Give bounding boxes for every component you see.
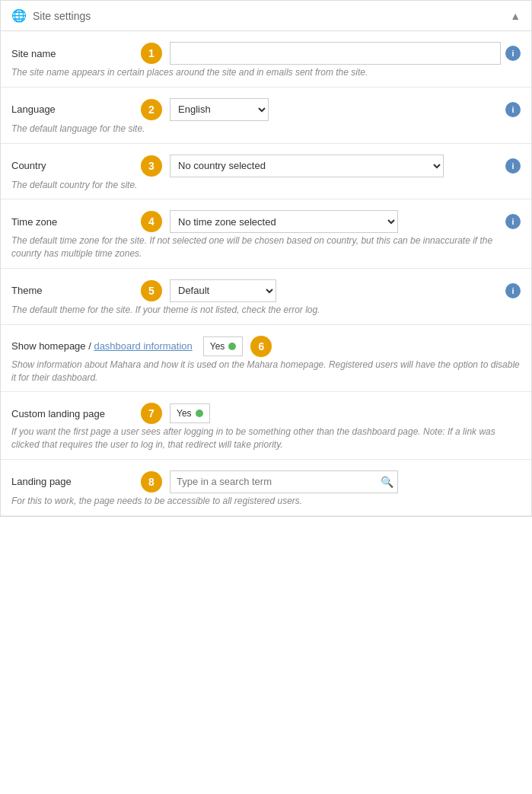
landing-page-search-input[interactable] [170, 470, 398, 493]
step-badge-7: 7 [141, 403, 162, 424]
country-label: Country [11, 160, 133, 171]
site-name-help: The site name appears in certain places … [11, 66, 521, 79]
custom-landing-label: Custom landing page [11, 408, 133, 419]
country-row: Country 3 No country selected i The defa… [1, 144, 531, 200]
language-row: Language 2 English i The default languag… [1, 88, 531, 144]
show-homepage-toggle-dot [228, 343, 236, 350]
theme-row: Theme 5 Default i The default theme for … [1, 269, 531, 325]
language-help: The default language for the site. [11, 123, 521, 136]
custom-landing-toggle-label: Yes [177, 408, 192, 419]
show-homepage-label: Show homepage / dashboard information [11, 340, 193, 352]
step-badge-1: 1 [141, 43, 162, 64]
section-header: 🌐 Site settings ▲ [1, 1, 531, 31]
country-select[interactable]: No country selected [170, 155, 444, 177]
theme-help: The default theme for the site. If your … [11, 304, 521, 317]
language-label: Language [11, 104, 133, 115]
timezone-select[interactable]: No time zone selected [170, 210, 398, 233]
custom-landing-row: Custom landing page 7 Yes If you want th… [1, 392, 531, 460]
show-homepage-toggle[interactable]: Yes [203, 336, 244, 356]
step-badge-2: 2 [141, 99, 162, 120]
timezone-control: No time zone selected i [170, 210, 521, 233]
section-title: Site settings [33, 10, 91, 22]
language-select[interactable]: English [170, 98, 269, 121]
header-left: 🌐 Site settings [11, 8, 91, 23]
country-control: No country selected i [170, 155, 521, 177]
step-badge-6: 6 [250, 336, 272, 357]
country-info-icon[interactable]: i [505, 158, 521, 174]
landing-page-search-wrapper: 🔍 [170, 470, 398, 493]
landing-page-label: Landing page [11, 476, 133, 487]
show-homepage-help: Show information about Mahara and how it… [11, 359, 521, 384]
globe-icon: 🌐 [11, 8, 27, 23]
show-homepage-row: Show homepage / dashboard information Ye… [1, 325, 531, 393]
theme-info-icon[interactable]: i [505, 283, 521, 298]
site-name-label: Site name [11, 48, 133, 59]
step-badge-4: 4 [141, 211, 162, 232]
timezone-label: Time zone [11, 216, 133, 228]
theme-label: Theme [11, 285, 133, 296]
custom-landing-toggle-dot [196, 410, 203, 417]
site-name-row: Site name 1 i The site name appears in c… [1, 31, 531, 88]
custom-landing-toggle[interactable]: Yes [170, 403, 210, 423]
custom-landing-help: If you want the first page a user sees a… [11, 426, 521, 451]
language-info-icon[interactable]: i [505, 102, 521, 117]
landing-page-row: Landing page 8 🔍 For this to work, the p… [1, 460, 531, 516]
dashboard-info-text: dashboard information [94, 340, 192, 352]
timezone-info-icon[interactable]: i [505, 214, 521, 229]
site-settings-panel: 🌐 Site settings ▲ Site name 1 i The site… [0, 0, 532, 517]
theme-control: Default i [170, 279, 521, 302]
site-name-control: i [170, 42, 521, 65]
site-name-info-icon[interactable]: i [505, 46, 521, 61]
collapse-icon[interactable]: ▲ [510, 10, 521, 22]
step-badge-8: 8 [141, 471, 162, 493]
timezone-row: Time zone 4 No time zone selected i The … [1, 199, 531, 269]
landing-page-search-button[interactable]: 🔍 [379, 476, 395, 488]
timezone-help: The default time zone for the site. If n… [11, 234, 521, 260]
step-badge-3: 3 [141, 155, 162, 177]
step-badge-5: 5 [141, 280, 162, 301]
show-homepage-toggle-label: Yes [210, 341, 225, 352]
landing-page-help: For this to work, the page needs to be a… [11, 495, 521, 508]
theme-select[interactable]: Default [170, 279, 276, 302]
language-control: English i [170, 98, 521, 121]
site-name-input[interactable] [170, 42, 501, 65]
country-help: The default country for the site. [11, 179, 521, 192]
